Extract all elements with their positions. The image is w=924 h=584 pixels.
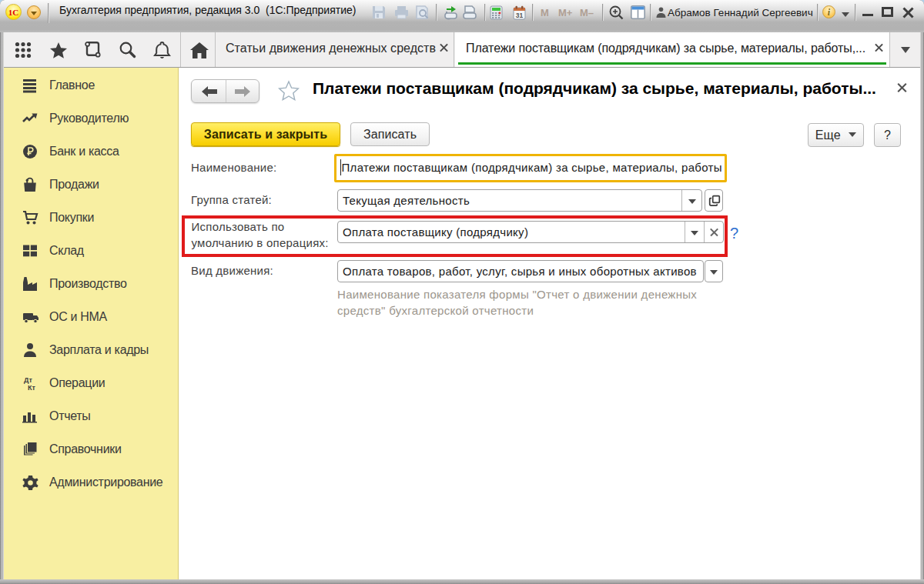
svg-text:Кт: Кт: [28, 384, 35, 392]
svg-text:31: 31: [516, 12, 524, 19]
svg-text:Дт: Дт: [24, 376, 32, 384]
